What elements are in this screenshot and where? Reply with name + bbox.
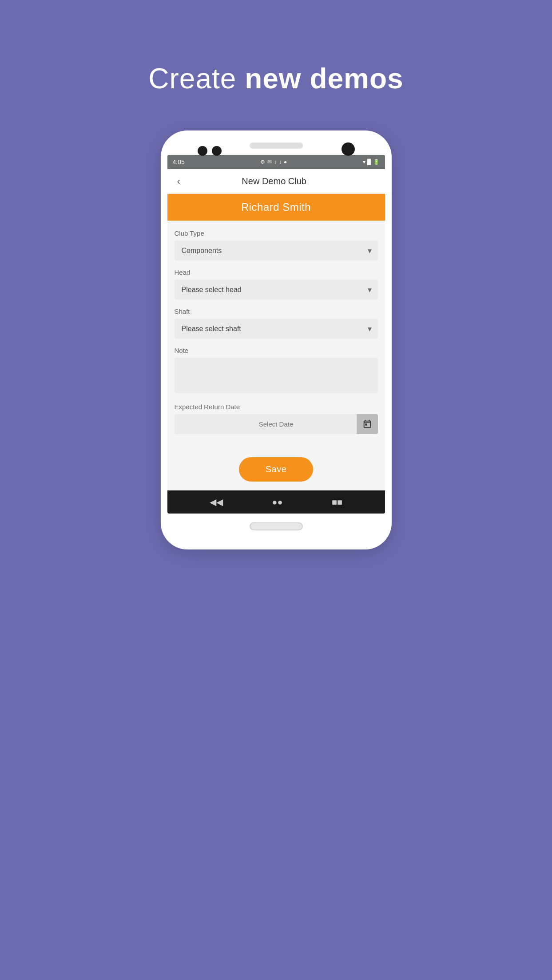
head-group: Head Please select head ▾ xyxy=(175,269,378,300)
app-bar-title: New Demo Club xyxy=(183,176,365,186)
battery-icon: 🔋 xyxy=(373,159,380,165)
calendar-button[interactable] xyxy=(357,414,378,434)
head-select-wrapper: Please select head ▾ xyxy=(175,280,378,300)
nav-back-button[interactable]: ◀ xyxy=(210,497,223,507)
club-type-select-wrapper: Components ▾ xyxy=(175,241,378,261)
shaft-select[interactable]: Please select shaft xyxy=(175,319,378,339)
note-group: Note xyxy=(175,347,378,395)
user-name: Richard Smith xyxy=(241,201,311,213)
app-bar: ‹ New Demo Club xyxy=(167,169,385,194)
status-icon-dl2: ↓ xyxy=(279,159,282,165)
status-dot: ● xyxy=(284,159,287,165)
phone-bottom xyxy=(250,514,303,535)
phone-dot-left xyxy=(198,146,207,156)
shaft-label: Shaft xyxy=(175,308,378,315)
shaft-group: Shaft Please select shaft ▾ xyxy=(175,308,378,339)
phone-speaker xyxy=(250,142,303,149)
calendar-icon xyxy=(362,419,372,429)
signal-icon: ▉ xyxy=(367,159,371,165)
phone-device: 4:05 ⚙ ✉ ↓ ↓ ● ▾ ▉ 🔋 ‹ New Demo Club Ric… xyxy=(161,130,392,549)
date-wrapper xyxy=(175,414,378,434)
phone-screen: 4:05 ⚙ ✉ ↓ ↓ ● ▾ ▉ 🔋 ‹ New Demo Club Ric… xyxy=(167,155,385,514)
status-icon-mail: ✉ xyxy=(267,159,272,165)
status-icon-dl1: ↓ xyxy=(274,159,277,165)
note-label: Note xyxy=(175,347,378,354)
return-date-group: Expected Return Date xyxy=(175,403,378,434)
shaft-select-wrapper: Please select shaft ▾ xyxy=(175,319,378,339)
page-heading: Create new demos xyxy=(148,62,403,95)
phone-dot-right xyxy=(212,146,222,156)
save-button-area: Save xyxy=(167,451,385,490)
club-type-label: Club Type xyxy=(175,229,378,237)
head-select[interactable]: Please select head xyxy=(175,280,378,300)
note-textarea[interactable] xyxy=(175,358,378,393)
nav-recent-button[interactable]: ■ xyxy=(332,497,342,507)
date-input[interactable] xyxy=(175,414,378,434)
phone-camera xyxy=(342,142,355,156)
status-icon-gear: ⚙ xyxy=(260,159,265,165)
phone-home-indicator xyxy=(250,522,303,530)
status-time: 4:05 xyxy=(173,158,185,166)
head-label: Head xyxy=(175,269,378,276)
club-type-group: Club Type Components ▾ xyxy=(175,229,378,261)
return-date-label: Expected Return Date xyxy=(175,403,378,411)
save-button[interactable]: Save xyxy=(239,457,314,482)
wifi-icon: ▾ xyxy=(363,159,365,165)
status-right-icons: ▾ ▉ 🔋 xyxy=(363,159,380,165)
club-type-select[interactable]: Components xyxy=(175,241,378,261)
user-header: Richard Smith xyxy=(167,194,385,221)
nav-bar: ◀ ● ■ xyxy=(167,490,385,514)
page-heading-normal: Create xyxy=(148,63,245,95)
nav-home-button[interactable]: ● xyxy=(272,497,282,507)
page-heading-bold: new demos xyxy=(245,63,404,95)
status-bar: 4:05 ⚙ ✉ ↓ ↓ ● ▾ ▉ 🔋 xyxy=(167,155,385,169)
status-icons: ⚙ ✉ ↓ ↓ ● xyxy=(260,159,287,165)
back-button[interactable]: ‹ xyxy=(175,173,183,190)
phone-top-bar xyxy=(162,132,390,155)
form-area: Club Type Components ▾ Head Please selec… xyxy=(167,221,385,451)
phone-dots xyxy=(198,146,222,156)
